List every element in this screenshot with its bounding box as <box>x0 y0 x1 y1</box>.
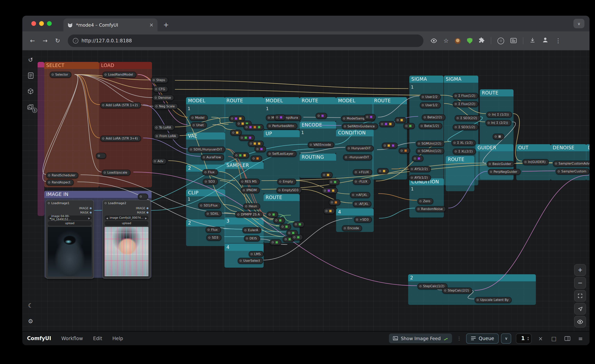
collapsed-node[interactable] <box>273 217 285 223</box>
kebab-menu-icon[interactable]: ⋮ <box>555 37 561 44</box>
model-library-cube-icon[interactable] <box>25 86 36 96</box>
port-dot[interactable] <box>98 155 100 157</box>
node-zero[interactable]: Zero <box>418 198 433 204</box>
port-dot[interactable] <box>457 117 459 119</box>
profile-avatar[interactable] <box>542 36 549 45</box>
port-dot[interactable] <box>418 143 420 145</box>
node-perpnegguider[interactable]: PerpNegGuider <box>488 169 520 175</box>
node-ays-1-2-[interactable]: AYS(1/2) <box>409 175 431 181</box>
port-dot[interactable] <box>352 194 354 196</box>
port-dot[interactable] <box>155 97 157 99</box>
group-title[interactable]: IMAGE IN <box>44 191 152 198</box>
collapsed-node[interactable] <box>324 208 335 214</box>
port-dot[interactable] <box>453 142 456 144</box>
port-dot[interactable] <box>411 168 413 170</box>
collapsed-node[interactable] <box>382 143 397 149</box>
node-ln-1-2-[interactable]: ln( Σ (1/2)) <box>487 112 512 118</box>
group-title[interactable]: 2 <box>408 274 536 281</box>
port-dot[interactable] <box>205 181 207 183</box>
group-title[interactable]: D <box>586 144 589 151</box>
forward-button[interactable]: → <box>40 35 50 46</box>
node-sgmuni-2-2-[interactable]: SGMUni(2/2) <box>416 141 444 147</box>
node-unet[interactable]: Unet <box>191 122 207 128</box>
group-title[interactable]: GUIDER <box>475 144 514 151</box>
port-dot[interactable] <box>244 229 246 231</box>
collapsed-node[interactable] <box>399 148 410 154</box>
port-dot[interactable] <box>200 205 202 207</box>
port-dot[interactable] <box>455 150 457 152</box>
collapsed-node[interactable] <box>377 168 389 174</box>
settings-gear-icon[interactable]: ⚙ <box>25 316 36 326</box>
site-info-icon[interactable]: i <box>73 38 78 43</box>
collapsed-node[interactable] <box>328 179 340 185</box>
group-title[interactable]: ROUTING <box>300 154 336 161</box>
group-title[interactable]: 4 <box>336 208 374 215</box>
node-cfg[interactable]: CFG <box>153 86 168 92</box>
collapsed-node[interactable] <box>322 188 338 193</box>
group-title[interactable]: SIGMA <box>409 76 443 83</box>
menu-item-workflow[interactable]: Workflow <box>61 335 83 341</box>
node-samplercustom[interactable]: SamplerCustom <box>556 169 589 174</box>
node-add-lora-str-3-4-[interactable]: Add LoRA (STR 3+4) <box>100 136 141 142</box>
port-dot[interactable] <box>269 153 271 155</box>
node--xl-2-2-[interactable]: Σ XL(2/2) <box>453 149 476 154</box>
node--hunyuandit[interactable]: -HunyuanDiT <box>343 154 372 160</box>
group-title[interactable]: SAMPLER <box>224 162 264 169</box>
port-dot[interactable] <box>455 103 457 105</box>
collapsed-node[interactable] <box>270 239 281 245</box>
port-dot[interactable] <box>489 163 491 165</box>
port-dot[interactable] <box>424 116 426 118</box>
port-dot[interactable] <box>344 227 346 229</box>
port-dot[interactable] <box>276 116 278 118</box>
node-auraflow[interactable]: AuraFlow <box>201 154 224 160</box>
group-title[interactable]: ROUTE <box>372 97 407 104</box>
group-title[interactable]: LOAD <box>99 62 152 69</box>
stepper-down-icon[interactable]: ▾ <box>527 338 529 341</box>
node-hunyuandit[interactable]: HunyuanDiT <box>346 145 374 151</box>
node-add-lora-str-1-2-[interactable]: Add LoRA (STR 1+2) <box>100 102 141 108</box>
download-icon[interactable] <box>530 37 536 44</box>
node-randscheduler[interactable]: RandScheduler <box>46 172 78 178</box>
node-steps[interactable]: Steps <box>151 77 168 83</box>
port-dot[interactable] <box>237 214 239 215</box>
port-dot[interactable] <box>279 181 281 183</box>
port-dot[interactable] <box>355 203 357 205</box>
node-heun[interactable]: Heun <box>243 203 260 209</box>
port-dot[interactable] <box>104 172 106 174</box>
node-sd3[interactable]: SD3 <box>206 235 221 241</box>
node-sdxl-hunyuandit[interactable]: SDXL/HunyuanDiT <box>188 147 225 152</box>
port-dot[interactable] <box>288 232 290 234</box>
node-empty[interactable]: Empty <box>277 179 296 185</box>
port-dot[interactable] <box>343 118 345 120</box>
zoom-in-button[interactable]: + <box>574 264 586 276</box>
collapsed-node[interactable] <box>255 146 266 152</box>
node-flux[interactable]: Flux <box>206 227 221 233</box>
port-dot[interactable] <box>153 79 155 81</box>
toggle-visibility-eye-button[interactable] <box>574 316 586 328</box>
node--flux-2-2-[interactable]: Σ Flux(2/2) <box>453 101 478 107</box>
port-dot[interactable] <box>356 219 358 221</box>
reload-button[interactable]: ↻ <box>52 35 63 46</box>
port-dot[interactable] <box>355 171 357 173</box>
node-randomnoise[interactable]: RandomNoise <box>416 206 446 212</box>
port-dot[interactable] <box>318 115 320 117</box>
port-dot[interactable] <box>397 119 399 121</box>
port-dot[interactable] <box>155 88 157 90</box>
port-dot[interactable] <box>191 117 193 119</box>
drag-handle[interactable]: ⋮ <box>457 335 461 341</box>
node-ln-2-2-[interactable]: ln( Σ (2/2)) <box>486 120 511 126</box>
zoom-out-button[interactable]: − <box>574 277 586 289</box>
queue-button[interactable]: Queue <box>466 333 499 343</box>
node-user1-2[interactable]: User1/2 <box>420 102 441 108</box>
node-ln-guider-[interactable]: ln(GUIDER) <box>523 159 549 165</box>
port-dot[interactable] <box>345 156 347 158</box>
port-dot[interactable] <box>295 223 297 225</box>
node-model[interactable]: Model <box>190 115 208 121</box>
new-tab-button[interactable]: + <box>161 19 171 30</box>
port-dot[interactable] <box>207 213 209 215</box>
port-dot[interactable] <box>253 157 255 159</box>
port-dot[interactable] <box>411 177 413 179</box>
port-dot[interactable] <box>241 181 243 183</box>
upload-button[interactable]: upload <box>105 221 149 226</box>
node-upscale-latent-by[interactable]: Upscale Latent By <box>475 297 512 303</box>
